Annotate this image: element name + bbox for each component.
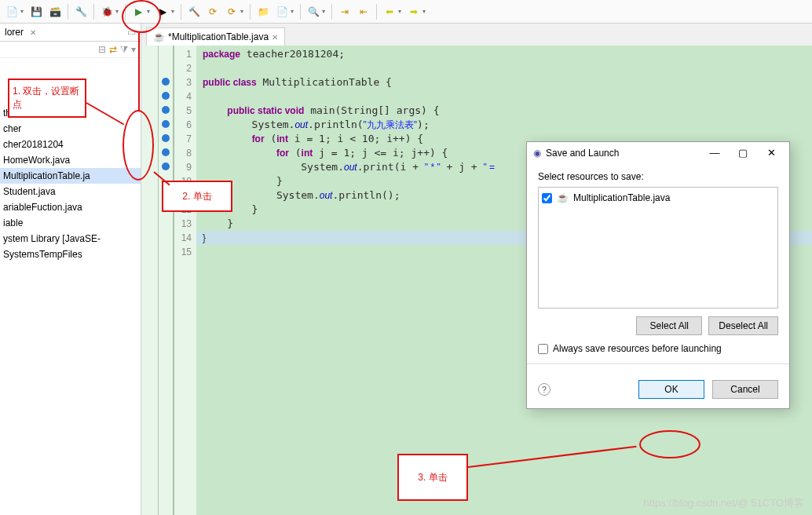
line-numbers: 123456789101112131415 (174, 46, 196, 515)
chevron-down-icon[interactable]: ▾ (291, 8, 294, 15)
breakpoint-marker[interactable] (162, 148, 170, 156)
annotation-circle-ok (639, 430, 700, 458)
chevron-down-icon[interactable]: ▾ (115, 8, 119, 15)
tree-item[interactable]: ariableFuction.java (0, 199, 141, 215)
dialog-titlebar: ◉ Save and Launch — ▢ ✕ (527, 142, 789, 163)
skip-bp-icon[interactable]: ⇥ (336, 3, 353, 20)
list-item[interactable]: ☕ MultiplicationTable.java (542, 191, 774, 205)
tree-item[interactable]: ystem Library [JavaSE- (0, 231, 141, 247)
annotation-3: 3. 单击 (397, 454, 468, 501)
save-and-launch-dialog: ◉ Save and Launch — ▢ ✕ Select resources… (526, 141, 790, 409)
resource-name: MultiplicationTable.java (573, 192, 670, 203)
close-icon[interactable]: ✕ (759, 147, 783, 159)
annotation-1-text: 1. 双击，设置断点 (13, 85, 82, 111)
select-all-button[interactable]: Select All (636, 316, 702, 335)
nav-back-icon[interactable]: ⇤ (355, 3, 372, 20)
breakpoint-marker[interactable] (162, 106, 170, 114)
ext-tools-icon[interactable]: 🔨 (185, 3, 203, 20)
cancel-button[interactable]: Cancel (712, 380, 778, 399)
build-icon[interactable]: ⟳ (204, 3, 221, 20)
chevron-down-icon[interactable]: ▾ (398, 8, 401, 15)
breakpoint-marker[interactable] (162, 120, 170, 128)
new-icon[interactable]: 📄 (3, 3, 20, 20)
editor-tab[interactable]: ☕ *MultiplicationTable.java ✕ (146, 27, 285, 46)
ok-button[interactable]: OK (638, 380, 704, 399)
eclipse-icon: ◉ (533, 148, 541, 159)
chevron-down-icon[interactable]: ▾ (20, 8, 24, 15)
java-file-icon: ☕ (153, 31, 165, 42)
tree-item[interactable]: HomeWork.java (0, 152, 141, 168)
breakpoint-marker[interactable] (162, 92, 170, 100)
minimize-icon[interactable]: — (703, 147, 726, 159)
chevron-down-icon[interactable]: ▾ (240, 8, 243, 15)
always-save-checkbox[interactable] (538, 344, 548, 354)
annotation-line-1b (138, 33, 140, 111)
chevron-down-icon[interactable]: ▾ (322, 8, 325, 15)
save-icon[interactable]: 💾 (27, 3, 45, 20)
collapse-all-icon[interactable]: ⊟ (98, 44, 106, 55)
chevron-down-icon[interactable]: ▾ (422, 8, 426, 15)
new-class-icon[interactable]: 📄 (273, 3, 291, 20)
editor-tab-label: *MultiplicationTable.java (168, 31, 269, 42)
explorer-title: lorer (5, 27, 24, 38)
save-all-icon[interactable]: 🗃️ (46, 3, 64, 20)
breakpoint-gutter[interactable] (159, 46, 174, 515)
build-proj-icon[interactable]: ⟳ (223, 3, 240, 20)
link-editor-icon[interactable]: ⇄ (109, 44, 117, 55)
maximize-icon[interactable]: ▢ (731, 147, 755, 159)
dialog-title: Save and Launch (546, 148, 619, 159)
breakpoint-marker[interactable] (162, 163, 170, 170)
annotation-2-text: 2. 单击 (182, 190, 211, 203)
back-icon[interactable]: ⬅ (381, 3, 398, 20)
annotation-3-text: 3. 单击 (418, 471, 447, 484)
new-pkg-icon[interactable]: 📁 (254, 3, 272, 20)
tree-item[interactable]: cher20181204 (0, 137, 141, 152)
resource-list[interactable]: ☕ MultiplicationTable.java (538, 187, 778, 309)
view-menu-icon[interactable]: ▾ (131, 44, 136, 55)
tree-item[interactable]: iable (0, 215, 141, 231)
close-icon[interactable]: ✕ (272, 33, 278, 42)
chevron-down-icon[interactable]: ▾ (171, 8, 174, 15)
annotation-ellipse-gutter (123, 110, 154, 181)
tree-item[interactable]: SystemsTempFiles (0, 247, 141, 262)
search-icon[interactable]: 🔍 (305, 3, 322, 20)
open-type-icon[interactable]: 🔧 (72, 3, 90, 20)
always-save-label: Always save resources before launching (553, 343, 722, 354)
deselect-all-button[interactable]: Deselect All (708, 316, 778, 335)
breakpoint-marker[interactable] (162, 134, 170, 142)
annotation-circle-1 (122, 0, 161, 33)
annotation-1: 1. 双击，设置断点 (8, 79, 86, 118)
close-icon[interactable]: ✕ (30, 28, 36, 37)
filter-icon[interactable]: ⧩ (120, 44, 128, 55)
tree-item[interactable]: Student.java (0, 184, 141, 199)
fwd-icon[interactable]: ➡ (405, 3, 422, 20)
annotation-2: 2. 单击 (162, 181, 232, 212)
resource-checkbox[interactable] (542, 193, 552, 203)
explorer-tab[interactable]: lorer ✕ ▭ (0, 24, 141, 42)
dialog-prompt: Select resources to save: (538, 171, 778, 182)
java-file-icon: ☕ (557, 192, 569, 203)
breakpoint-marker[interactable] (162, 78, 170, 86)
debug-icon[interactable]: 🐞 (98, 3, 115, 20)
help-icon[interactable]: ? (538, 383, 550, 396)
tree-item[interactable]: MultiplicationTable.ja (0, 168, 141, 184)
package-tree: thodchercher20181204HomeWork.javaMultipl… (0, 105, 141, 262)
